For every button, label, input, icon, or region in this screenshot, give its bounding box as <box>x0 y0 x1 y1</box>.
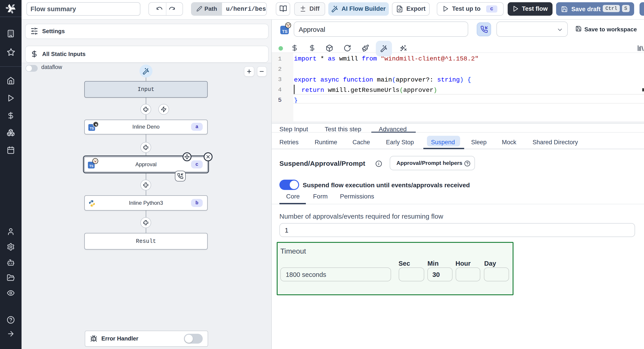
svg-text:TS: TS <box>282 29 288 34</box>
svg-text:TS: TS <box>89 164 93 168</box>
svg-text:TS: TS <box>90 127 94 130</box>
